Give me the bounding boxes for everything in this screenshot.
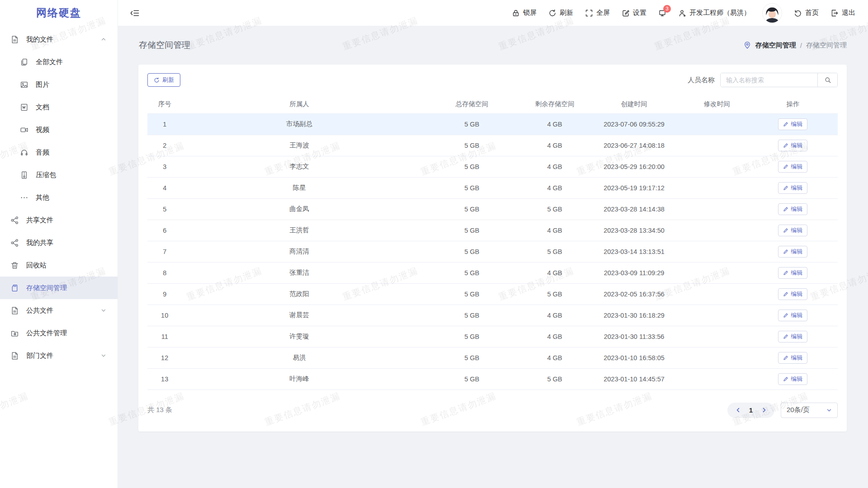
edit-button-label: 编辑 — [791, 333, 802, 341]
edit-button[interactable]: 编辑 — [778, 310, 807, 321]
edit-button[interactable]: 编辑 — [778, 203, 807, 215]
refresh-icon — [154, 77, 160, 83]
logout-button[interactable]: 退出 — [830, 9, 855, 17]
pager-page-1[interactable]: 1 — [745, 406, 757, 414]
avatar[interactable] — [762, 3, 782, 23]
edit-button[interactable]: 编辑 — [778, 225, 807, 236]
pencil-icon — [783, 376, 788, 382]
cell-remaining-storage: 5 GB — [527, 283, 582, 305]
edit-button[interactable]: 编辑 — [778, 267, 807, 279]
sidebar-item-audio[interactable]: 音频 — [0, 141, 118, 164]
cell-actions: 编辑 — [748, 305, 838, 326]
edit-button[interactable]: 编辑 — [778, 182, 807, 194]
lock-screen-button[interactable]: 锁屏 — [512, 9, 537, 17]
cell-index: 3 — [147, 156, 182, 177]
sidebar-item-videos[interactable]: 视频 — [0, 118, 118, 141]
edit-button[interactable]: 编辑 — [778, 161, 807, 173]
collapse-sidebar-button[interactable] — [130, 8, 140, 18]
edit-button[interactable]: 编辑 — [778, 246, 807, 258]
cell-owner: 范政阳 — [182, 283, 416, 305]
pencil-icon — [783, 355, 788, 361]
folder-gear-icon — [10, 329, 19, 338]
column-header-index: 序号 — [147, 95, 182, 113]
video-camera-icon — [20, 126, 28, 134]
sidebar-item-label: 部门文件 — [26, 352, 100, 360]
cell-index: 6 — [147, 220, 182, 241]
sidebar-item-my-shares[interactable]: 我的共享 — [0, 231, 118, 254]
breadcrumb-item[interactable]: 存储空间管理 — [755, 41, 796, 50]
edit-button-label: 编辑 — [791, 184, 802, 192]
notifications-button[interactable]: 3 — [658, 9, 666, 17]
sidebar-item-public-file-management[interactable]: 公共文件管理 — [0, 322, 118, 344]
edit-square-icon — [622, 9, 630, 17]
user-role-label: 开发工程师（易洪） — [689, 9, 750, 17]
cell-actions: 编辑 — [748, 156, 838, 177]
sidebar-item-my-files[interactable]: 我的文件 — [0, 28, 118, 51]
edit-button[interactable]: 编辑 — [778, 373, 807, 385]
sidebar-item-all-files[interactable]: 全部文件 — [0, 51, 118, 73]
sd-card-icon — [10, 284, 19, 292]
cell-total-storage: 5 GB — [417, 326, 527, 347]
pager-next-button[interactable] — [757, 403, 771, 418]
top-bar: 锁屏 刷新 全屏 设置 3 — [118, 0, 868, 26]
sidebar-item-others[interactable]: 其他 — [0, 186, 118, 209]
cell-modified-time — [686, 241, 748, 262]
settings-button[interactable]: 设置 — [622, 9, 646, 17]
cell-total-storage: 5 GB — [417, 156, 527, 177]
fullscreen-label: 全屏 — [596, 9, 610, 17]
fullscreen-button[interactable]: 全屏 — [585, 9, 610, 17]
table-row: 1市场副总5 GB4 GB2023-07-06 09:55:29编辑 — [147, 113, 838, 135]
sidebar-item-label: 公共文件管理 — [26, 329, 107, 338]
edit-button[interactable]: 编辑 — [778, 288, 807, 300]
table-refresh-button[interactable]: 刷新 — [147, 73, 180, 87]
pencil-icon — [783, 270, 788, 276]
sidebar-item-shared-files[interactable]: 共享文件 — [0, 209, 118, 231]
edit-button-label: 编辑 — [791, 226, 802, 235]
cell-total-storage: 5 GB — [417, 241, 527, 262]
sidebar-item-documents[interactable]: 文档 — [0, 96, 118, 118]
sidebar-item-label: 压缩包 — [36, 171, 107, 179]
page-size-select[interactable]: 20条/页 — [781, 403, 838, 418]
cell-modified-time — [686, 347, 748, 368]
cell-created-time: 2023-01-30 11:33:56 — [582, 326, 686, 347]
column-header-owner: 所属人 — [182, 95, 416, 113]
user-menu[interactable]: 开发工程师（易洪） — [678, 9, 750, 17]
pager-prev-button[interactable] — [731, 403, 745, 418]
sidebar-item-public-files[interactable]: 公共文件 — [0, 299, 118, 322]
cell-actions: 编辑 — [748, 113, 838, 135]
user-icon — [678, 9, 686, 17]
sidebar-item-storage-management[interactable]: 存储空间管理 — [0, 277, 118, 299]
cell-modified-time — [686, 305, 748, 326]
edit-button-label: 编辑 — [791, 141, 802, 150]
sidebar-item-label: 全部文件 — [36, 58, 107, 66]
cell-actions: 编辑 — [748, 177, 838, 198]
cell-modified-time — [686, 156, 748, 177]
search-input[interactable] — [721, 73, 817, 87]
cell-owner: 商清清 — [182, 241, 416, 262]
trash-icon — [10, 261, 19, 270]
sidebar-menu: 我的文件 全部文件 图片 文档 视频 音频 — [0, 26, 118, 367]
sidebar-item-images[interactable]: 图片 — [0, 73, 118, 96]
edit-button[interactable]: 编辑 — [778, 118, 807, 130]
sidebar-item-department-files[interactable]: 部门文件 — [0, 344, 118, 367]
table-row: 12易洪5 GB4 GB2023-01-10 16:58:05编辑 — [147, 347, 838, 368]
sidebar-item-recycle-bin[interactable]: 回收站 — [0, 254, 118, 277]
table-row: 10谢晨芸5 GB4 GB2023-01-30 16:18:29编辑 — [147, 305, 838, 326]
search-label: 人员名称 — [688, 76, 715, 84]
notification-badge: 3 — [663, 5, 671, 13]
edit-button[interactable]: 编辑 — [778, 352, 807, 364]
cell-remaining-storage: 4 GB — [527, 347, 582, 368]
table-row: 8张重洁5 GB4 GB2023-03-09 11:09:29编辑 — [147, 262, 838, 283]
cell-created-time: 2023-07-06 09:55:29 — [582, 113, 686, 135]
cell-index: 1 — [147, 113, 182, 135]
refresh-page-button[interactable]: 刷新 — [548, 9, 573, 17]
edit-button[interactable]: 编辑 — [778, 140, 807, 151]
edit-button[interactable]: 编辑 — [778, 331, 807, 343]
search-button[interactable] — [817, 73, 837, 87]
sidebar-item-label: 其他 — [36, 193, 107, 202]
card-toolbar: 刷新 人员名称 — [147, 73, 838, 87]
home-button[interactable]: 首页 — [794, 9, 819, 17]
cell-created-time: 2023-05-29 16:20:00 — [582, 156, 686, 177]
sidebar-item-archives[interactable]: 压缩包 — [0, 164, 118, 186]
file-icon — [10, 352, 19, 360]
